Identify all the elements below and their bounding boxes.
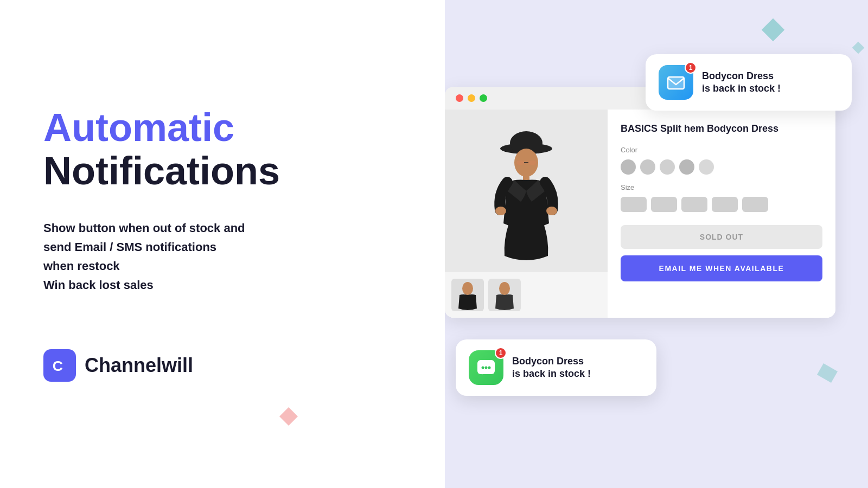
size-options [621, 197, 822, 212]
deco-teal-2 [852, 42, 865, 54]
browser-content: BASICS Split hem Bodycon Dress Color Siz… [445, 110, 835, 318]
dot-green [480, 94, 487, 102]
svg-point-11 [546, 207, 557, 215]
right-panel: 1 Bodycon Dress is back in stock ! [445, 0, 868, 488]
dot-red [456, 94, 463, 102]
product-image-area [445, 110, 608, 318]
product-thumbnails [445, 272, 608, 318]
swatch-4[interactable] [679, 159, 694, 175]
sold-out-button: SOLD OUT [621, 225, 822, 249]
swatch-2[interactable] [640, 159, 655, 175]
svg-rect-1 [668, 77, 684, 89]
sms-notif-text: Bodycon Dress is back in stock ! [512, 355, 591, 381]
color-label: Color [621, 146, 822, 154]
email-notif-text: Bodycon Dress is back in stock ! [702, 70, 781, 95]
svg-point-12 [462, 282, 473, 295]
svg-point-16 [485, 367, 488, 369]
dot-yellow [468, 94, 475, 102]
channelwill-logo-icon: C [43, 349, 76, 382]
deco-teal-1 [762, 18, 784, 41]
hero-description: Show button when out of stock and send E… [43, 219, 401, 295]
swatch-5[interactable] [699, 159, 714, 175]
thumbnail-2 [488, 279, 521, 311]
hero-title-black: Notifications [43, 150, 401, 192]
svg-point-17 [488, 367, 491, 369]
deco-pink-shape [279, 407, 298, 426]
swatch-3[interactable] [660, 159, 675, 175]
logo-text: Channelwill [85, 354, 193, 377]
size-label: Size [621, 183, 822, 191]
size-l[interactable] [712, 197, 738, 212]
email-available-button[interactable]: EMAIL ME WHEN AVAILABLE [621, 255, 822, 281]
left-panel: Automatic Notifications Show button when… [0, 0, 445, 488]
color-swatches [621, 159, 822, 175]
size-xs[interactable] [621, 197, 647, 212]
size-xl[interactable] [742, 197, 768, 212]
svg-point-15 [482, 367, 484, 369]
email-notification-card: 1 Bodycon Dress is back in stock ! [646, 54, 852, 111]
svg-rect-6 [516, 160, 524, 165]
email-badge: 1 [685, 62, 697, 74]
product-main-image [445, 110, 608, 272]
browser-card: BASICS Split hem Bodycon Dress Color Siz… [445, 87, 835, 318]
swatch-1[interactable] [621, 159, 636, 175]
deco-teal-3 [817, 363, 838, 383]
logo-area: C Channelwill [43, 349, 401, 382]
size-s[interactable] [651, 197, 677, 212]
svg-text:C: C [53, 357, 63, 374]
email-icon-wrapper: 1 [659, 65, 693, 100]
sms-notification-card: 1 Bodycon Dress is back in stock ! [456, 339, 656, 396]
svg-point-13 [499, 282, 510, 295]
svg-point-10 [495, 207, 506, 215]
product-image-svg [477, 115, 575, 267]
thumbnail-1 [451, 279, 484, 311]
svg-rect-7 [528, 160, 536, 165]
product-details: BASICS Split hem Bodycon Dress Color Siz… [608, 110, 835, 318]
sms-icon-wrapper: 1 [469, 350, 503, 385]
sms-badge: 1 [495, 347, 507, 359]
product-title: BASICS Split hem Bodycon Dress [621, 123, 822, 135]
hero-title-purple: Automatic [43, 106, 401, 149]
size-m[interactable] [681, 197, 707, 212]
